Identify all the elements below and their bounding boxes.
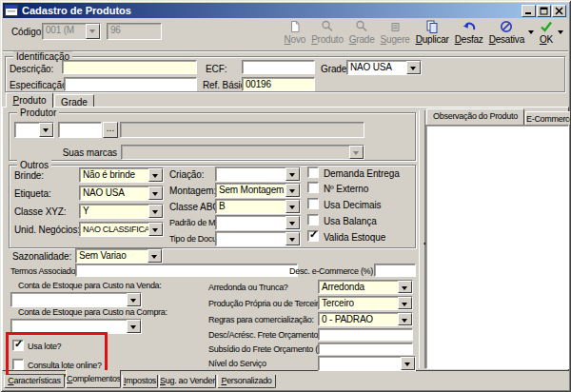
- tab-grade[interactable]: Grade: [54, 94, 94, 108]
- codigo-select[interactable]: 001 (M: [42, 23, 101, 40]
- chevron-down-icon[interactable]: [39, 123, 53, 137]
- tab-sug-ao-vender[interactable]: Sug. ao Vender: [159, 375, 216, 388]
- padrao-montagem-select[interactable]: [215, 215, 301, 230]
- ok-button[interactable]: OK: [536, 18, 557, 49]
- checkbox-usa-lote[interactable]: ✓: [12, 340, 24, 351]
- chevron-down-icon[interactable]: [398, 297, 412, 309]
- tipo-documento-select[interactable]: [215, 231, 301, 246]
- panel-splitter[interactable]: [419, 110, 425, 368]
- observacao-textarea[interactable]: [425, 125, 569, 369]
- minimize-button[interactable]: [522, 5, 536, 17]
- chevron-down-icon[interactable]: [148, 205, 163, 218]
- product-registration-window: Cadastro de Produtos Código: 001 (M 96 N…: [0, 0, 571, 392]
- conta-venda-select[interactable]: [10, 292, 142, 307]
- checkbox-usa-balanca[interactable]: [307, 214, 319, 225]
- chevron-down-icon[interactable]: [286, 200, 300, 213]
- produtor-code-input[interactable]: [58, 122, 102, 138]
- chevron-down-icon[interactable]: [148, 249, 162, 263]
- maximize-button[interactable]: [537, 5, 551, 17]
- chevron-down-icon[interactable]: [398, 281, 412, 293]
- desc-ecommerce-label: Desc. e-Commerce (%): [289, 266, 373, 276]
- desativa-dropdown-arrow-icon[interactable]: [527, 18, 536, 49]
- novo-button[interactable]: Novo: [282, 18, 309, 49]
- tab-produto[interactable]: Produto: [6, 92, 53, 108]
- disable-icon: [499, 18, 514, 34]
- window-icon: [5, 5, 18, 16]
- chevron-down-icon[interactable]: [401, 357, 415, 370]
- brinde-label: Brinde:: [14, 170, 44, 181]
- especificacao-label: Especificação:: [10, 80, 69, 90]
- check-icon: [539, 18, 554, 34]
- arredonda-select[interactable]: Arredonda: [318, 280, 413, 294]
- tab-complementos[interactable]: Complementos: [66, 370, 121, 388]
- chevron-down-icon[interactable]: [127, 293, 141, 306]
- desc-frete-input[interactable]: [318, 328, 413, 341]
- etiqueta-label: Etiqueta:: [14, 188, 51, 199]
- suas-marcas-select[interactable]: [121, 145, 364, 160]
- tab-impostos[interactable]: Impostos: [122, 375, 158, 388]
- classe-xyz-select[interactable]: Y: [79, 204, 164, 219]
- grade-select[interactable]: NAO USA: [346, 60, 422, 75]
- chevron-down-icon[interactable]: [148, 168, 163, 182]
- search-icon: [354, 18, 369, 34]
- producao-label: Produção Própria ou de Terceiro?: [208, 299, 327, 308]
- produto-button[interactable]: Produto: [308, 18, 346, 49]
- checkbox-usa-decimais[interactable]: [307, 198, 319, 209]
- unid-negocios-select[interactable]: NAO CLASSIFICADO: [79, 222, 164, 237]
- subsidio-input[interactable]: [318, 343, 413, 355]
- chevron-down-icon[interactable]: [286, 232, 300, 245]
- ecf-label: ECF:: [206, 64, 226, 74]
- tab-e-commerce[interactable]: E-Commerce: [525, 111, 571, 125]
- chevron-down-icon[interactable]: [406, 61, 421, 74]
- chevron-down-icon[interactable]: [398, 313, 412, 325]
- brinde-select[interactable]: Não é brinde: [79, 167, 164, 183]
- checkbox-demanda-entrega[interactable]: [307, 167, 319, 178]
- chevron-down-icon[interactable]: [349, 146, 364, 159]
- n-externo-label: Nº Externo: [324, 184, 368, 194]
- chevron-down-icon[interactable]: [286, 167, 300, 181]
- regras-label: Regras para comercialização:: [208, 315, 314, 324]
- chevron-down-icon[interactable]: [127, 320, 141, 333]
- desfaz-button[interactable]: Desfaz: [452, 18, 486, 49]
- tab-personalizado[interactable]: Personalizado: [217, 375, 276, 388]
- checkbox-n-externo[interactable]: [307, 182, 319, 193]
- tab-observacao-produto[interactable]: Observação do Produto: [426, 108, 524, 125]
- checkbox-consulta-lote[interactable]: [12, 359, 24, 370]
- chevron-down-icon[interactable]: [148, 223, 163, 236]
- codigo-input[interactable]: 96: [107, 23, 162, 40]
- sugere-button[interactable]: Sugere: [378, 18, 413, 49]
- chevron-down-icon[interactable]: [86, 24, 100, 39]
- produtor-browse-button[interactable]: ...: [103, 122, 118, 138]
- regras-select[interactable]: 0 - PADRAO: [318, 312, 413, 326]
- desativa-button[interactable]: Desativa: [486, 18, 527, 49]
- ok-dropdown-arrow-icon[interactable]: [557, 18, 565, 49]
- montagem-select[interactable]: Sem Montagem: [215, 183, 301, 198]
- descricao-label: Descrição:: [10, 64, 53, 74]
- duplicar-button[interactable]: Duplicar: [413, 18, 452, 49]
- desc-ecommerce-input[interactable]: [374, 264, 416, 277]
- chevron-down-icon[interactable]: [148, 186, 163, 200]
- suggest-icon: [387, 18, 403, 34]
- especificacao-input[interactable]: [64, 77, 197, 91]
- sazonalidade-select[interactable]: Sem Variao: [75, 248, 163, 264]
- checkbox-valida-estoque[interactable]: ✓: [307, 230, 319, 242]
- ecf-input[interactable]: [242, 60, 315, 74]
- consulta-lote-label: Consulta lote online?: [28, 361, 102, 370]
- ref-basica-input[interactable]: 00196: [242, 77, 315, 91]
- chevron-down-icon[interactable]: [286, 216, 300, 229]
- nivel-servico-select[interactable]: [318, 356, 416, 371]
- produtor-type-select[interactable]: [14, 122, 54, 138]
- chevron-down-icon[interactable]: [286, 184, 300, 197]
- etiqueta-select[interactable]: NAO USA: [79, 186, 164, 201]
- tab-caracteristicas[interactable]: Características: [4, 375, 65, 388]
- close-button[interactable]: [552, 5, 566, 17]
- titlebar: Cadastro de Produtos: [3, 3, 568, 18]
- grade-button[interactable]: Grade: [346, 18, 378, 49]
- descricao-input[interactable]: [62, 60, 197, 74]
- criacao-select[interactable]: [215, 167, 301, 182]
- classe-abc-select[interactable]: B: [215, 199, 301, 214]
- conta-venda-label: Conta de Estoque para Custo na Venda:: [18, 281, 162, 290]
- toolbar: Novo Produto Grade Sugere Duplicar Desfa…: [282, 18, 565, 49]
- termos-input[interactable]: [75, 264, 298, 277]
- producao-select[interactable]: Terceiro: [318, 296, 413, 310]
